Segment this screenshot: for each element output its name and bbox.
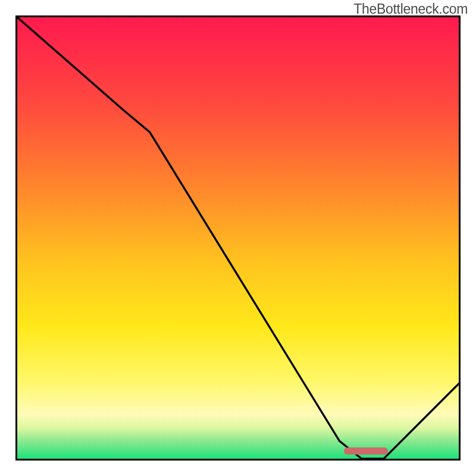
watermark-text: TheBottleneck.com [353, 1, 468, 17]
optimal-range-marker [344, 447, 388, 455]
bottleneck-curve [17, 17, 459, 459]
chart-container: TheBottleneck.com [0, 0, 476, 476]
plot-frame [15, 15, 461, 461]
